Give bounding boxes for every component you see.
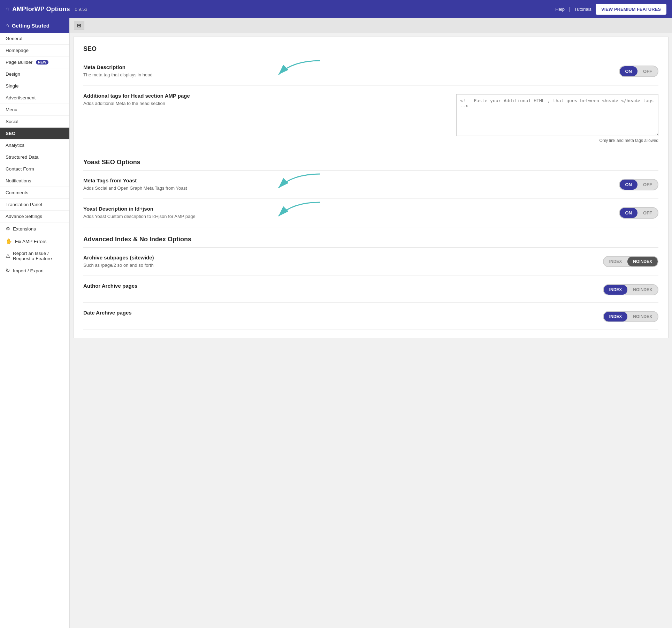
meta-description-info: Meta Description The meta tag that displ…	[83, 64, 153, 78]
author-index[interactable]: INDEX	[604, 285, 628, 295]
gear-icon: ⚙	[6, 226, 10, 232]
meta-description-off[interactable]: OFF	[637, 66, 658, 76]
header-left: ⌂ AMPforWP Options 0.9.53	[6, 6, 87, 13]
yoast-desc-desc: Adds Yoast Custom description to ld+json…	[83, 213, 196, 220]
sidebar-item-analytics[interactable]: Analytics	[0, 139, 69, 151]
sidebar-header[interactable]: ⌂ Getting Started	[0, 18, 69, 33]
additional-tags-textarea[interactable]	[456, 94, 658, 136]
layout: ⌂ Getting Started General Homepage Page …	[0, 18, 672, 628]
meta-description-label: Meta Description	[83, 64, 153, 70]
view-premium-button[interactable]: VIEW PREMIUM FEATURES	[596, 4, 666, 15]
home-sidebar-icon: ⌂	[6, 22, 9, 29]
date-archive-toggle[interactable]: INDEX NOINDEX	[603, 311, 658, 322]
date-archive-label: Date Archive pages	[83, 310, 132, 316]
meta-tags-yoast-on[interactable]: ON	[620, 180, 638, 190]
refresh-icon: ↻	[6, 267, 10, 274]
author-archive-control: INDEX NOINDEX	[603, 284, 658, 295]
tutorials-link[interactable]: Tutorials	[574, 7, 591, 12]
app-version: 0.9.53	[75, 7, 87, 12]
meta-tags-yoast-row-wrapper: Meta Tags from Yoast Adds Social and Ope…	[83, 171, 658, 199]
additional-tags-control: Only link and meta tags allowed	[456, 94, 658, 143]
archive-desc: Such as /page/2 so on and so forth	[83, 262, 154, 269]
sidebar-item-advertisement[interactable]: Advertisement	[0, 92, 69, 104]
sidebar-item-structured-data[interactable]: Structured Data	[0, 151, 69, 163]
meta-tags-yoast-toggle[interactable]: ON OFF	[619, 179, 659, 190]
additional-tags-info: Additional tags for Head section AMP pag…	[83, 93, 190, 107]
additional-tags-note: Only link and meta tags allowed	[600, 138, 658, 143]
archive-row: Archive subpages (sitewide) Such as /pag…	[83, 248, 658, 276]
toolbar-grid-button[interactable]: ⊞	[74, 21, 84, 30]
meta-tags-yoast-info: Meta Tags from Yoast Adds Social and Ope…	[83, 177, 187, 192]
sidebar-item-import-export[interactable]: ↻ Import / Export	[0, 264, 69, 277]
sidebar-item-comments[interactable]: Comments	[0, 187, 69, 199]
new-badge: NEW	[36, 60, 48, 65]
advanced-section-title: Advanced Index & No Index Options	[83, 236, 658, 248]
date-index[interactable]: INDEX	[604, 312, 628, 321]
yoast-desc-off[interactable]: OFF	[637, 208, 658, 218]
author-archive-info: Author Archive pages	[83, 283, 137, 290]
sidebar-item-fix-amp-errors[interactable]: ✋ Fix AMP Errors	[0, 235, 69, 248]
yoast-desc-info: Yoast Description in ld+json Adds Yoast …	[83, 206, 196, 220]
meta-description-toggle[interactable]: ON OFF	[619, 66, 659, 77]
archive-control: INDEX NOINDEX	[603, 256, 658, 267]
app-header: ⌂ AMPforWP Options 0.9.53 Help | Tutoria…	[0, 0, 672, 18]
sidebar-item-seo[interactable]: SEO	[0, 128, 69, 139]
sidebar-item-extensions[interactable]: ⚙ Extensions	[0, 222, 69, 235]
author-noindex[interactable]: NOINDEX	[627, 285, 658, 295]
main-content: ⊞ SEO Meta Description	[70, 18, 672, 628]
date-archive-info: Date Archive pages	[83, 310, 132, 317]
yoast-desc-control: ON OFF	[619, 207, 659, 219]
sidebar-item-notifications[interactable]: Notifications	[0, 175, 69, 187]
yoast-desc-row-wrapper: Yoast Description in ld+json Adds Yoast …	[83, 199, 658, 227]
date-archive-row: Date Archive pages INDEX NOINDEX	[83, 303, 658, 330]
sidebar: ⌂ Getting Started General Homepage Page …	[0, 18, 70, 628]
sidebar-item-social[interactable]: Social	[0, 116, 69, 128]
sidebar-item-contact-form[interactable]: Contact Form	[0, 163, 69, 175]
author-archive-label: Author Archive pages	[83, 283, 137, 289]
additional-tags-label: Additional tags for Head section AMP pag…	[83, 93, 190, 99]
fix-icon: ✋	[6, 238, 12, 244]
date-archive-control: INDEX NOINDEX	[603, 311, 658, 322]
additional-tags-desc: Adds additional Meta to the head section	[83, 100, 190, 107]
yoast-desc-toggle[interactable]: ON OFF	[619, 207, 659, 219]
meta-description-on[interactable]: ON	[620, 66, 638, 76]
meta-description-desc: The meta tag that displays in head	[83, 71, 153, 78]
author-archive-row: Author Archive pages INDEX NOINDEX	[83, 276, 658, 303]
sidebar-item-page-builder[interactable]: Page Builder NEW	[0, 56, 69, 68]
yoast-section-title: Yoast SEO Options	[83, 159, 658, 171]
home-icon: ⌂	[6, 6, 9, 13]
archive-label: Archive subpages (sitewide)	[83, 255, 154, 260]
meta-tags-yoast-row: Meta Tags from Yoast Adds Social and Ope…	[83, 171, 658, 199]
archive-index[interactable]: INDEX	[604, 257, 628, 266]
help-link[interactable]: Help	[555, 7, 565, 12]
meta-description-row-wrapper: Meta Description The meta tag that displ…	[83, 57, 658, 86]
content-area: SEO Meta Description The meta tag that	[73, 37, 669, 338]
archive-info: Archive subpages (sitewide) Such as /pag…	[83, 255, 154, 269]
author-archive-toggle[interactable]: INDEX NOINDEX	[603, 284, 658, 295]
yoast-desc-row: Yoast Description in ld+json Adds Yoast …	[83, 199, 658, 227]
header-divider: |	[569, 6, 570, 12]
sidebar-item-advance-settings[interactable]: Advance Settings	[0, 211, 69, 222]
meta-tags-yoast-label: Meta Tags from Yoast	[83, 177, 187, 183]
warning-icon: ⚠	[6, 253, 10, 259]
meta-description-control: ON OFF	[619, 66, 659, 77]
archive-noindex[interactable]: NOINDEX	[627, 257, 658, 266]
sidebar-item-general[interactable]: General	[0, 33, 69, 45]
yoast-desc-on[interactable]: ON	[620, 208, 638, 218]
meta-tags-yoast-control: ON OFF	[619, 179, 659, 190]
meta-description-row: Meta Description The meta tag that displ…	[83, 57, 658, 86]
header-right: Help | Tutorials VIEW PREMIUM FEATURES	[555, 4, 666, 15]
archive-toggle[interactable]: INDEX NOINDEX	[603, 256, 658, 267]
meta-tags-yoast-desc: Adds Social and Open Graph Meta Tags fro…	[83, 185, 187, 192]
seo-section-title: SEO	[83, 45, 658, 57]
app-title: AMPforWP Options	[12, 6, 70, 13]
meta-tags-yoast-off[interactable]: OFF	[637, 180, 658, 190]
date-noindex[interactable]: NOINDEX	[627, 312, 658, 321]
sidebar-item-homepage[interactable]: Homepage	[0, 45, 69, 56]
sidebar-item-menu[interactable]: Menu	[0, 104, 69, 116]
sidebar-item-design[interactable]: Design	[0, 68, 69, 80]
sidebar-item-translation-panel[interactable]: Translation Panel	[0, 199, 69, 211]
main-toolbar: ⊞	[70, 18, 672, 33]
sidebar-item-single[interactable]: Single	[0, 80, 69, 92]
sidebar-item-report-issue[interactable]: ⚠ Report an Issue / Request a Feature	[0, 248, 69, 264]
